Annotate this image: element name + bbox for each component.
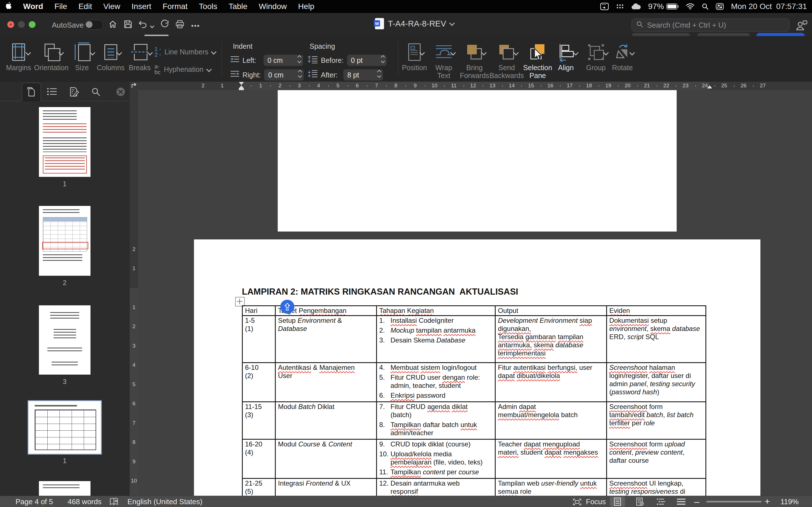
menu-item-edit[interactable]: Edit	[73, 2, 98, 11]
table-cell[interactable]: Screenshoot formtambah/edit batch, list …	[607, 402, 706, 439]
zoom-in-button[interactable]: +	[765, 496, 770, 507]
margins-button[interactable]: Margins	[4, 43, 33, 71]
search-input[interactable]: Search (Cmd + Ctrl + U)	[631, 18, 790, 32]
screen-share-icon[interactable]	[600, 3, 609, 10]
page-3-bottom[interactable]	[278, 90, 677, 231]
print-icon[interactable]	[175, 19, 185, 29]
bullet-list-icon[interactable]	[47, 87, 57, 97]
rotate-button[interactable]: Rotate	[609, 43, 636, 71]
table-cell[interactable]: Fitur autentikasi berfungsi, userdapat d…	[495, 363, 607, 402]
line-numbers-button[interactable]: 1 -2 - Line Numbers	[154, 46, 216, 57]
zoom-slider-track[interactable]	[706, 501, 762, 503]
close-sidebar-icon[interactable]	[116, 87, 126, 97]
coauthor-presence-badge[interactable]	[280, 300, 294, 314]
edit-document-icon[interactable]	[69, 87, 79, 97]
spacing-before-stepper[interactable]	[382, 56, 384, 62]
table-cell[interactable]: Admin dapatmembuat/mengelola batch	[495, 402, 607, 439]
hanging-indent-marker[interactable]	[239, 86, 244, 89]
table-cell[interactable]: Screenshoot UI lengkap,testing responsiv…	[607, 478, 706, 496]
spacing-after-stepper[interactable]	[378, 70, 380, 77]
more-toolbar-options-icon[interactable]: •••	[191, 22, 200, 30]
table-move-handle[interactable]	[235, 297, 245, 306]
cloud-icon[interactable]	[631, 3, 641, 10]
page-indicator[interactable]: Page 4 of 5	[15, 497, 53, 506]
feedback-person-icon[interactable]	[796, 20, 808, 32]
six-dots-icon[interactable]	[616, 4, 624, 9]
table-header-cell[interactable]: Tahapan Kegiatan	[377, 306, 495, 316]
table-cell[interactable]: Dokumentasi setupenvironment, skema data…	[607, 316, 706, 363]
table-cell[interactable]: Teacher dapat menguploadmateri, student …	[495, 439, 607, 478]
wifi-icon[interactable]	[686, 3, 695, 10]
table-header-cell[interactable]: Eviden	[607, 306, 706, 316]
table-cell[interactable]: 1.Installasi CodeIgniter2.Mockup tampila…	[377, 316, 495, 363]
menu-item-word[interactable]: Word	[17, 2, 49, 11]
menu-item-view[interactable]: View	[98, 2, 126, 11]
page-thumbnail-5[interactable]	[39, 481, 91, 496]
focus-label[interactable]: Focus	[586, 497, 606, 506]
table-cell[interactable]: Modul Batch Diklat	[275, 402, 377, 439]
menu-item-tools[interactable]: Tools	[193, 2, 223, 11]
table-cell[interactable]: Screenshoot form uploadcontent, preview …	[607, 439, 706, 478]
table-cell[interactable]: 16-20(4)	[243, 439, 275, 478]
undo-dropdown-chevron[interactable]	[151, 24, 154, 29]
zoom-out-button[interactable]: –	[694, 496, 700, 507]
indent-right-stepper[interactable]	[299, 70, 301, 77]
table-cell[interactable]: Development Environment siapdigunakan,Te…	[495, 316, 607, 363]
print-layout-view-button[interactable]	[610, 497, 625, 507]
table-cell[interactable]: 9.CRUD topik diklat (course)10.Upload/ke…	[377, 439, 495, 478]
group-button[interactable]: Group	[582, 43, 609, 71]
pages-icon[interactable]	[26, 87, 36, 97]
indent-left-input[interactable]: 0 cm	[264, 55, 303, 66]
battery-indicator[interactable]: 97%	[648, 2, 679, 11]
wrap-text-button[interactable]: Wrap Text	[430, 43, 458, 79]
columns-button[interactable]: Columns	[96, 43, 125, 71]
first-line-indent-marker[interactable]	[239, 82, 244, 85]
window-zoom-button[interactable]	[29, 21, 36, 28]
table-cell[interactable]: Integrasi Frontend & UX	[275, 478, 377, 496]
redo-icon[interactable]	[160, 19, 170, 29]
align-button[interactable]: Align	[553, 43, 578, 71]
hyphenation-button[interactable]: a-bc Hyphenation	[154, 64, 211, 75]
draft-view-button[interactable]	[673, 497, 689, 507]
send-backwards-button[interactable]: Send Backwards	[491, 43, 522, 79]
page-thumbnail-1[interactable]	[39, 107, 91, 177]
bring-forwards-button[interactable]: Bring Forwards	[459, 43, 490, 79]
table-cell[interactable]: 4.Membuat sistem login/logout5.Fitur CRU…	[377, 363, 495, 402]
indent-right-input[interactable]: 0 cm	[264, 69, 304, 80]
menu-clock[interactable]: Mon 20 Oct 07:57:31	[731, 2, 807, 11]
word-count[interactable]: 468 words	[68, 497, 101, 506]
table-cell[interactable]: 7.Fitur CRUD agenda diklat(batch)8.Tampi…	[377, 402, 495, 439]
document-title-area[interactable]: W T-A4-RA-8-REV	[375, 18, 454, 29]
page-thumbnail-3[interactable]	[39, 305, 91, 375]
table-cell[interactable]: 11-15(3)	[243, 402, 275, 439]
table-cell[interactable]: 1-5(1)	[243, 316, 275, 363]
spacing-after-input[interactable]: 8 pt	[343, 69, 383, 80]
language-indicator[interactable]: English (United States)	[128, 497, 202, 506]
menu-item-window[interactable]: Window	[253, 2, 293, 11]
table-cell[interactable]: Autentikasi & ManajemenUser	[275, 363, 377, 402]
table-cell[interactable]: 12.Desain antarmuka webresponsif13.Integ…	[377, 478, 495, 496]
focus-icon[interactable]	[573, 498, 581, 507]
breaks-button[interactable]: Breaks	[126, 43, 153, 71]
table-header-cell[interactable]: Output	[495, 306, 607, 316]
position-button[interactable]: Position	[400, 43, 428, 71]
orientation-button[interactable]: Orientation	[35, 43, 68, 71]
home-icon[interactable]	[108, 19, 118, 29]
undo-icon[interactable]	[138, 19, 148, 29]
table-cell[interactable]: Tampilan web user-friendly untuksemua ro…	[495, 478, 607, 496]
page-4[interactable]: LAMPIRAN 2: MATRIKS RINGKASAN RANCANGAN …	[194, 239, 760, 496]
window-minimize-button[interactable]	[18, 21, 25, 28]
tab-selector[interactable]	[130, 82, 139, 90]
size-button[interactable]: Size	[70, 43, 94, 71]
sidebar-search-icon[interactable]	[91, 87, 101, 97]
spotlight-search-icon[interactable]	[702, 3, 709, 10]
table-cell[interactable]: 6-10(2)	[243, 363, 275, 402]
menu-item-help[interactable]: Help	[292, 2, 320, 11]
horizontal-ruler[interactable]: 2112345678910111213141516171819202122232…	[138, 82, 812, 90]
web-layout-view-button[interactable]	[632, 497, 648, 507]
table-cell[interactable]: 21-25(5)	[243, 478, 275, 496]
table-header-cell[interactable]: Hari	[243, 306, 275, 316]
window-close-button[interactable]	[7, 21, 14, 28]
table-cell[interactable]: Setup Environment &Database	[275, 316, 377, 363]
control-center-icon[interactable]	[716, 3, 724, 10]
